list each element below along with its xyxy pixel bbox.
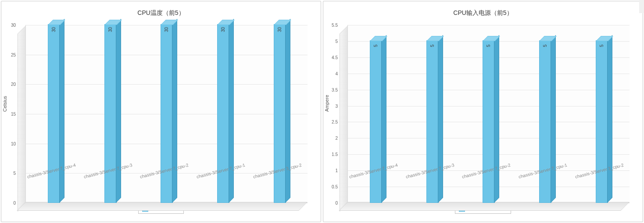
y-tick: 10 bbox=[4, 141, 16, 146]
y-tick: 2.5 bbox=[326, 120, 338, 124]
x-tick-label: chassis-3/Server 7_cpu-4 bbox=[372, 164, 379, 194]
x-tick-label: chassis-3/Server 7_cpu-1 bbox=[219, 164, 227, 194]
bar-value-label: 30 bbox=[107, 27, 112, 32]
bar-value-label: 5 bbox=[599, 45, 604, 47]
y-axis-label: Celsius bbox=[2, 96, 7, 111]
scrollbar[interactable] bbox=[639, 0, 644, 13]
chart-panel-cpu-temp: CPU温度（前5） Celsius 3030303030 05101520253… bbox=[1, 1, 321, 222]
y-tick: 25 bbox=[4, 52, 16, 57]
y-tick: 1.5 bbox=[326, 152, 338, 157]
plot-floor bbox=[339, 202, 630, 211]
y-tick: 3 bbox=[326, 103, 338, 108]
bar-value-label: 5 bbox=[543, 45, 547, 47]
bar-value-label: 30 bbox=[164, 27, 169, 32]
x-tick-label: chassis-3/Server 7_cpu-3 bbox=[106, 164, 114, 194]
x-tick-label: chassis-3/Server 7_cpu-2 bbox=[163, 164, 170, 194]
y-tick: 15 bbox=[4, 112, 16, 117]
y-tick: 0.5 bbox=[326, 184, 338, 189]
y-tick: 2 bbox=[326, 136, 338, 141]
x-tick-label: chassis-3/Server 7_cpu-4 bbox=[50, 164, 57, 194]
x-tick-label: chassis-3/Server 7_cpu-2 bbox=[485, 164, 492, 194]
y-tick: 0 bbox=[326, 201, 338, 205]
y-tick: 4 bbox=[326, 71, 338, 76]
x-tick-label: chassis-3/Server 3_cpu-2 bbox=[275, 164, 283, 194]
bar-value-label: 5 bbox=[429, 45, 434, 47]
bar-value-label: 30 bbox=[277, 27, 282, 32]
plot-sidewall bbox=[340, 25, 348, 212]
bar-value-label: 5 bbox=[486, 45, 491, 47]
bar-value-label: 30 bbox=[51, 27, 56, 32]
chart-panel-cpu-power: CPU输入电源（前5） Ampere 55555 00.511.522.533.… bbox=[323, 1, 643, 222]
y-tick: 30 bbox=[4, 23, 16, 28]
y-tick: 3.5 bbox=[326, 87, 338, 92]
dashboard-container: CPU温度（前5） Celsius 3030303030 05101520253… bbox=[0, 0, 644, 223]
y-tick: 0 bbox=[4, 201, 16, 205]
y-tick: 5 bbox=[326, 39, 338, 43]
y-tick: 5 bbox=[4, 171, 16, 176]
y-tick: 1 bbox=[326, 168, 338, 173]
x-axis-labels: chassis-3/Server 7_cpu-4chassis-3/Server… bbox=[347, 164, 630, 195]
chart-title: CPU输入电源（前5） bbox=[323, 1, 643, 21]
bar-value-label: 5 bbox=[373, 45, 378, 47]
bar-value-label: 30 bbox=[221, 27, 225, 32]
y-tick: 5.5 bbox=[326, 23, 338, 28]
plot-floor bbox=[17, 202, 308, 211]
x-tick-label: chassis-3/Server 7_cpu-3 bbox=[428, 164, 436, 194]
plot-sidewall bbox=[18, 25, 26, 212]
y-tick: 4.5 bbox=[326, 55, 338, 60]
y-tick: 20 bbox=[4, 82, 16, 87]
x-tick-label: chassis-3/Server 3_cpu-2 bbox=[597, 164, 605, 194]
chart-title: CPU温度（前5） bbox=[1, 1, 321, 21]
x-tick-label: chassis-3/Server 7_cpu-1 bbox=[541, 164, 549, 194]
x-axis-labels: chassis-3/Server 7_cpu-4chassis-3/Server… bbox=[25, 164, 308, 195]
